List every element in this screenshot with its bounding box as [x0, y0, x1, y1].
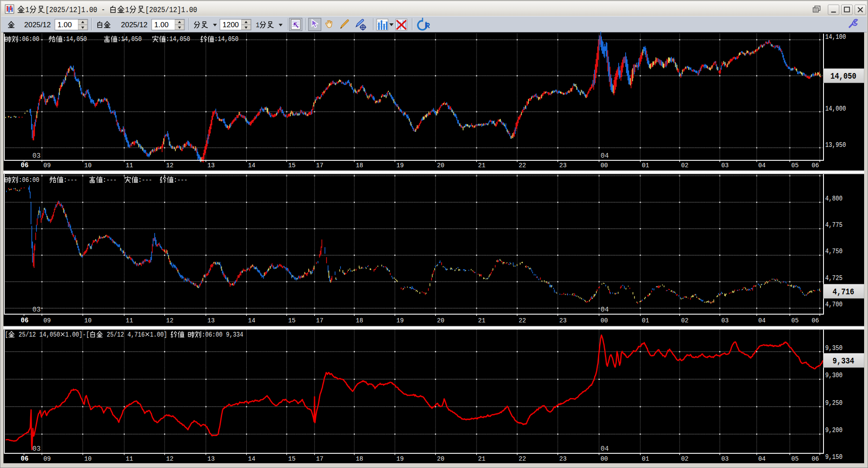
svg-text:25/12 4,716: 25/12 4,716 [103, 331, 145, 339]
svg-text:1: 1 [256, 21, 260, 29]
svg-text:1.00]: 1.00] [150, 331, 171, 339]
svg-text::14,050: :14,050 [63, 35, 87, 43]
svg-text:1200: 1200 [223, 21, 239, 29]
svg-text:4,716: 4,716 [833, 287, 854, 297]
svg-text:1: 1 [25, 6, 29, 15]
svg-text:14,050: 14,050 [830, 72, 856, 81]
svg-text:06: 06 [812, 317, 819, 325]
svg-text:14: 14 [248, 317, 255, 325]
svg-text:15: 15 [288, 455, 296, 463]
svg-text:05: 05 [792, 162, 799, 169]
svg-text:01: 01 [642, 317, 649, 325]
svg-text:03: 03 [722, 317, 729, 325]
svg-text::06:00: :06:00 [19, 35, 39, 43]
svg-text:23: 23 [560, 317, 567, 325]
svg-text:17: 17 [316, 317, 324, 325]
svg-text:22: 22 [519, 317, 526, 325]
svg-text:10: 10 [84, 317, 92, 325]
svg-text:04: 04 [758, 455, 766, 463]
svg-text:11: 11 [126, 317, 133, 325]
svg-text:22: 22 [519, 162, 526, 169]
svg-text:9,150: 9,150 [825, 453, 843, 461]
svg-text:R: R [425, 22, 430, 30]
svg-text:2025/12: 2025/12 [24, 21, 51, 29]
svg-text:09: 09 [44, 455, 51, 463]
svg-text:13: 13 [207, 162, 215, 169]
svg-text:9,300: 9,300 [825, 371, 843, 379]
svg-text:03: 03 [32, 306, 41, 314]
svg-text:1.00: 1.00 [154, 21, 169, 29]
svg-text:15: 15 [288, 162, 296, 169]
svg-text:00: 00 [601, 317, 608, 325]
svg-text:19: 19 [397, 455, 404, 463]
svg-text::06:00: :06:00 [19, 176, 39, 184]
svg-text:04: 04 [758, 162, 766, 169]
svg-text:02: 02 [681, 162, 689, 169]
svg-text:11: 11 [126, 162, 133, 169]
svg-text:18: 18 [356, 317, 363, 325]
svg-text:06: 06 [812, 162, 819, 169]
svg-text:4,775: 4,775 [825, 221, 843, 229]
svg-text:1.00]-[: 1.00]-[ [65, 331, 89, 339]
svg-text:2025/12: 2025/12 [121, 21, 147, 29]
svg-text:06: 06 [812, 455, 819, 463]
svg-text:04: 04 [601, 445, 609, 453]
svg-text:02: 02 [681, 455, 689, 463]
svg-text::14,050: :14,050 [214, 35, 238, 43]
svg-text::14,050: :14,050 [166, 35, 190, 43]
svg-text:14: 14 [248, 162, 255, 169]
svg-text:4,800: 4,800 [825, 194, 843, 203]
svg-text:19: 19 [397, 317, 404, 325]
svg-text:20: 20 [437, 455, 445, 463]
svg-text:4,750: 4,750 [825, 247, 843, 255]
svg-text:19: 19 [397, 162, 404, 169]
svg-text:9,334: 9,334 [833, 357, 854, 366]
svg-text:12: 12 [166, 162, 174, 169]
svg-text:03: 03 [32, 445, 41, 453]
svg-text:04: 04 [601, 306, 609, 314]
svg-text:14,100: 14,100 [825, 33, 846, 41]
svg-text:11: 11 [126, 455, 133, 463]
svg-text:[: [ [5, 331, 8, 339]
svg-text:06: 06 [21, 455, 29, 463]
svg-text:25/12 14,050: 25/12 14,050 [15, 331, 60, 339]
svg-text:01: 01 [642, 455, 649, 463]
svg-text:03: 03 [32, 152, 41, 160]
svg-text:17: 17 [316, 162, 324, 169]
svg-text:21: 21 [478, 162, 486, 169]
svg-text:03: 03 [722, 455, 729, 463]
svg-text::---: :--- [138, 176, 152, 184]
svg-text:18: 18 [356, 455, 363, 463]
svg-text:23: 23 [560, 162, 567, 169]
svg-text:9,200: 9,200 [825, 426, 843, 434]
svg-text:21: 21 [478, 455, 486, 463]
svg-text:09: 09 [44, 162, 51, 169]
svg-text:9,350: 9,350 [825, 344, 843, 352]
svg-text:04: 04 [601, 152, 609, 160]
svg-text::---: :--- [174, 176, 188, 184]
svg-text:13: 13 [207, 317, 215, 325]
svg-text:01: 01 [642, 162, 649, 169]
svg-text:14: 14 [248, 455, 255, 463]
svg-text:12: 12 [166, 455, 174, 463]
svg-text:02: 02 [681, 317, 689, 325]
svg-text:15: 15 [288, 317, 296, 325]
svg-text:1.00: 1.00 [57, 21, 72, 29]
svg-text::14,050: :14,050 [118, 35, 142, 43]
svg-text:09: 09 [44, 317, 51, 325]
svg-text:05: 05 [792, 317, 799, 325]
svg-text:20: 20 [437, 317, 445, 325]
svg-text:13: 13 [207, 455, 215, 463]
svg-text:9,250: 9,250 [825, 399, 843, 407]
svg-text:06: 06 [21, 317, 29, 325]
svg-text:10: 10 [84, 162, 92, 169]
svg-text:20: 20 [437, 162, 445, 169]
svg-text:[2025/12]1.00 -: [2025/12]1.00 - [45, 6, 109, 15]
svg-text:05: 05 [792, 455, 799, 463]
svg-text:14,000: 14,000 [825, 105, 846, 113]
svg-text:4,700: 4,700 [825, 300, 843, 309]
svg-text:18: 18 [356, 162, 363, 169]
svg-text::06:00 9,334: :06:00 9,334 [202, 331, 243, 339]
svg-text:4,725: 4,725 [825, 274, 843, 282]
svg-text::---: :--- [64, 176, 77, 184]
